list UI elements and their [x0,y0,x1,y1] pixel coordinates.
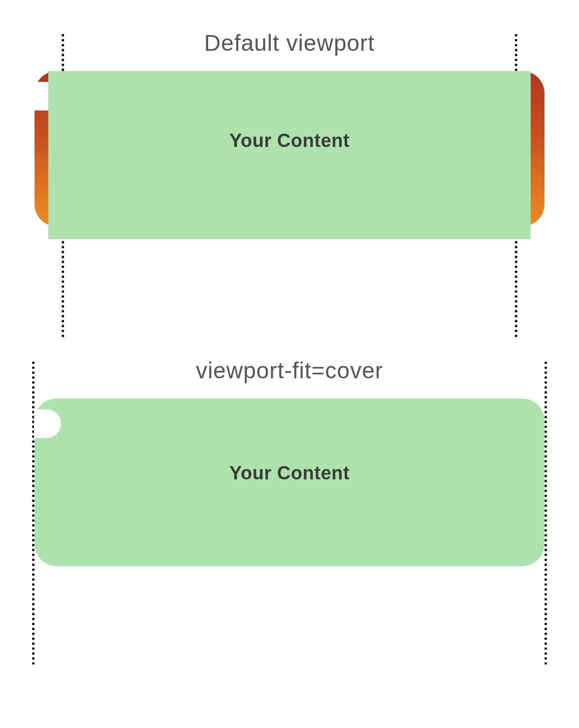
cover-viewport-title: viewport-fit=cover [20,357,559,384]
default-viewport-diagram: Your Content [20,71,559,308]
cover-viewport-diagram: Your Content [20,399,559,635]
default-viewport-section: Default viewport Your Content [20,30,559,308]
cover-viewport-section: viewport-fit=cover Your Content [20,357,559,635]
phone-notch-icon [34,409,61,438]
content-bottom-border [48,238,531,239]
phone-frame-cover: Your Content [35,399,544,566]
content-area-default: Your Content [48,71,531,239]
content-label-cover: Your Content [229,463,350,484]
safe-area-line-right [544,362,547,665]
default-viewport-title: Default viewport [20,30,559,56]
content-label-default: Your Content [229,130,350,151]
